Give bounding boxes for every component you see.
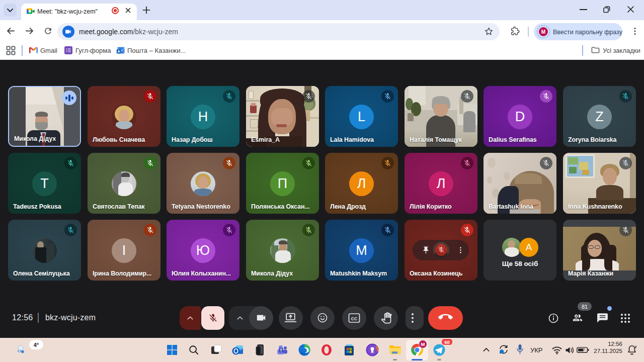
svg-text:T: T	[280, 348, 282, 352]
svg-text:z: z	[635, 344, 637, 349]
svg-text:CC: CC	[351, 316, 357, 321]
